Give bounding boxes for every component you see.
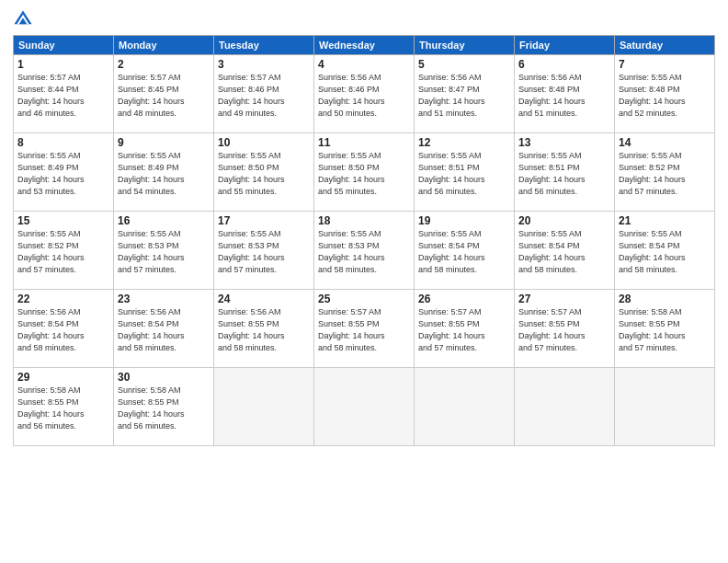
calendar-cell: 10Sunrise: 5:55 AMSunset: 8:50 PMDayligh… <box>214 133 314 212</box>
calendar-cell: 5Sunrise: 5:56 AMSunset: 8:47 PMDaylight… <box>415 55 515 133</box>
day-info: Sunrise: 5:55 AMSunset: 8:54 PMDaylight:… <box>418 228 510 276</box>
day-number: 13 <box>518 136 610 149</box>
calendar-cell: 12Sunrise: 5:55 AMSunset: 8:51 PMDayligh… <box>415 133 515 212</box>
page-header <box>13 9 715 29</box>
calendar-week-3: 15Sunrise: 5:55 AMSunset: 8:52 PMDayligh… <box>14 212 715 290</box>
day-number: 5 <box>418 58 510 71</box>
day-number: 6 <box>518 58 610 71</box>
day-info: Sunrise: 5:58 AMSunset: 8:55 PMDaylight:… <box>619 306 711 354</box>
day-info: Sunrise: 5:55 AMSunset: 8:54 PMDaylight:… <box>518 228 610 276</box>
day-info: Sunrise: 5:57 AMSunset: 8:55 PMDaylight:… <box>418 306 510 354</box>
day-number: 15 <box>17 214 109 227</box>
day-info: Sunrise: 5:55 AMSunset: 8:50 PMDaylight:… <box>218 150 310 198</box>
day-info: Sunrise: 5:55 AMSunset: 8:53 PMDaylight:… <box>118 228 210 276</box>
weekday-header-monday: Monday <box>114 36 214 55</box>
calendar-cell: 30Sunrise: 5:58 AMSunset: 8:55 PMDayligh… <box>114 368 214 446</box>
day-info: Sunrise: 5:57 AMSunset: 8:45 PMDaylight:… <box>118 72 210 120</box>
day-info: Sunrise: 5:56 AMSunset: 8:54 PMDaylight:… <box>118 306 210 354</box>
day-info: Sunrise: 5:55 AMSunset: 8:49 PMDaylight:… <box>118 150 210 198</box>
day-number: 22 <box>17 293 109 305</box>
day-number: 27 <box>518 293 610 305</box>
calendar-cell: 27Sunrise: 5:57 AMSunset: 8:55 PMDayligh… <box>515 290 615 368</box>
calendar-cell: 2Sunrise: 5:57 AMSunset: 8:45 PMDaylight… <box>114 55 214 133</box>
calendar-cell: 13Sunrise: 5:55 AMSunset: 8:51 PMDayligh… <box>515 133 615 212</box>
calendar-week-5: 29Sunrise: 5:58 AMSunset: 8:55 PMDayligh… <box>14 368 715 446</box>
day-info: Sunrise: 5:55 AMSunset: 8:51 PMDaylight:… <box>518 150 610 198</box>
calendar-cell: 24Sunrise: 5:56 AMSunset: 8:55 PMDayligh… <box>214 290 314 368</box>
calendar-cell: 11Sunrise: 5:55 AMSunset: 8:50 PMDayligh… <box>314 133 415 212</box>
logo <box>13 9 35 29</box>
calendar-cell: 17Sunrise: 5:55 AMSunset: 8:53 PMDayligh… <box>214 212 314 290</box>
day-info: Sunrise: 5:55 AMSunset: 8:49 PMDaylight:… <box>17 150 109 198</box>
weekday-header-tuesday: Tuesday <box>214 36 314 55</box>
calendar-cell: 15Sunrise: 5:55 AMSunset: 8:52 PMDayligh… <box>14 212 114 290</box>
day-info: Sunrise: 5:57 AMSunset: 8:55 PMDaylight:… <box>518 306 610 354</box>
logo-icon <box>13 9 33 29</box>
day-number: 25 <box>318 293 410 305</box>
day-number: 9 <box>118 136 210 149</box>
day-number: 14 <box>619 136 711 149</box>
day-number: 17 <box>218 214 310 227</box>
calendar-cell: 3Sunrise: 5:57 AMSunset: 8:46 PMDaylight… <box>214 55 314 133</box>
calendar-cell: 19Sunrise: 5:55 AMSunset: 8:54 PMDayligh… <box>415 212 515 290</box>
day-info: Sunrise: 5:57 AMSunset: 8:44 PMDaylight:… <box>17 72 109 120</box>
day-number: 1 <box>17 58 109 71</box>
calendar-cell: 6Sunrise: 5:56 AMSunset: 8:48 PMDaylight… <box>515 55 615 133</box>
day-info: Sunrise: 5:58 AMSunset: 8:55 PMDaylight:… <box>17 385 109 432</box>
calendar-cell: 8Sunrise: 5:55 AMSunset: 8:49 PMDaylight… <box>14 133 114 212</box>
calendar-cell: 1Sunrise: 5:57 AMSunset: 8:44 PMDaylight… <box>14 55 114 133</box>
day-info: Sunrise: 5:55 AMSunset: 8:53 PMDaylight:… <box>318 228 410 276</box>
calendar-cell: 20Sunrise: 5:55 AMSunset: 8:54 PMDayligh… <box>515 212 615 290</box>
calendar-cell: 4Sunrise: 5:56 AMSunset: 8:46 PMDaylight… <box>314 55 415 133</box>
day-info: Sunrise: 5:56 AMSunset: 8:48 PMDaylight:… <box>518 72 610 120</box>
day-info: Sunrise: 5:55 AMSunset: 8:48 PMDaylight:… <box>619 72 711 120</box>
calendar-week-2: 8Sunrise: 5:55 AMSunset: 8:49 PMDaylight… <box>14 133 715 212</box>
calendar-cell: 7Sunrise: 5:55 AMSunset: 8:48 PMDaylight… <box>615 55 715 133</box>
day-number: 8 <box>17 136 109 149</box>
weekday-header-sunday: Sunday <box>14 36 114 55</box>
day-info: Sunrise: 5:56 AMSunset: 8:55 PMDaylight:… <box>218 306 310 354</box>
day-number: 12 <box>418 136 510 149</box>
day-number: 16 <box>118 214 210 227</box>
day-number: 10 <box>218 136 310 149</box>
day-info: Sunrise: 5:57 AMSunset: 8:46 PMDaylight:… <box>218 72 310 120</box>
calendar-week-1: 1Sunrise: 5:57 AMSunset: 8:44 PMDaylight… <box>14 55 715 133</box>
day-number: 23 <box>118 293 210 305</box>
calendar-cell: 22Sunrise: 5:56 AMSunset: 8:54 PMDayligh… <box>14 290 114 368</box>
calendar-cell <box>515 368 615 446</box>
calendar-cell: 26Sunrise: 5:57 AMSunset: 8:55 PMDayligh… <box>415 290 515 368</box>
calendar-cell: 14Sunrise: 5:55 AMSunset: 8:52 PMDayligh… <box>615 133 715 212</box>
calendar-cell: 21Sunrise: 5:55 AMSunset: 8:54 PMDayligh… <box>615 212 715 290</box>
day-info: Sunrise: 5:55 AMSunset: 8:51 PMDaylight:… <box>418 150 510 198</box>
day-info: Sunrise: 5:56 AMSunset: 8:54 PMDaylight:… <box>17 306 109 354</box>
day-number: 20 <box>518 214 610 227</box>
calendar-cell: 23Sunrise: 5:56 AMSunset: 8:54 PMDayligh… <box>114 290 214 368</box>
day-number: 11 <box>318 136 410 149</box>
day-number: 19 <box>418 214 510 227</box>
calendar-cell <box>415 368 515 446</box>
calendar-cell: 16Sunrise: 5:55 AMSunset: 8:53 PMDayligh… <box>114 212 214 290</box>
day-number: 24 <box>218 293 310 305</box>
weekday-header-thursday: Thursday <box>415 36 515 55</box>
calendar-header-row: SundayMondayTuesdayWednesdayThursdayFrid… <box>14 36 715 55</box>
day-info: Sunrise: 5:55 AMSunset: 8:53 PMDaylight:… <box>218 228 310 276</box>
calendar-cell <box>214 368 314 446</box>
day-number: 18 <box>318 214 410 227</box>
day-info: Sunrise: 5:57 AMSunset: 8:55 PMDaylight:… <box>318 306 410 354</box>
day-info: Sunrise: 5:56 AMSunset: 8:46 PMDaylight:… <box>318 72 410 120</box>
day-number: 21 <box>619 214 711 227</box>
day-info: Sunrise: 5:55 AMSunset: 8:52 PMDaylight:… <box>619 150 711 198</box>
weekday-header-wednesday: Wednesday <box>314 36 415 55</box>
day-info: Sunrise: 5:55 AMSunset: 8:54 PMDaylight:… <box>619 228 711 276</box>
day-number: 4 <box>318 58 410 71</box>
weekday-header-saturday: Saturday <box>615 36 715 55</box>
day-number: 7 <box>619 58 711 71</box>
day-number: 30 <box>118 371 210 384</box>
day-number: 29 <box>17 371 109 384</box>
calendar-week-4: 22Sunrise: 5:56 AMSunset: 8:54 PMDayligh… <box>14 290 715 368</box>
calendar-cell <box>314 368 415 446</box>
weekday-header-friday: Friday <box>515 36 615 55</box>
calendar-cell: 18Sunrise: 5:55 AMSunset: 8:53 PMDayligh… <box>314 212 415 290</box>
day-info: Sunrise: 5:56 AMSunset: 8:47 PMDaylight:… <box>418 72 510 120</box>
calendar-cell: 28Sunrise: 5:58 AMSunset: 8:55 PMDayligh… <box>615 290 715 368</box>
